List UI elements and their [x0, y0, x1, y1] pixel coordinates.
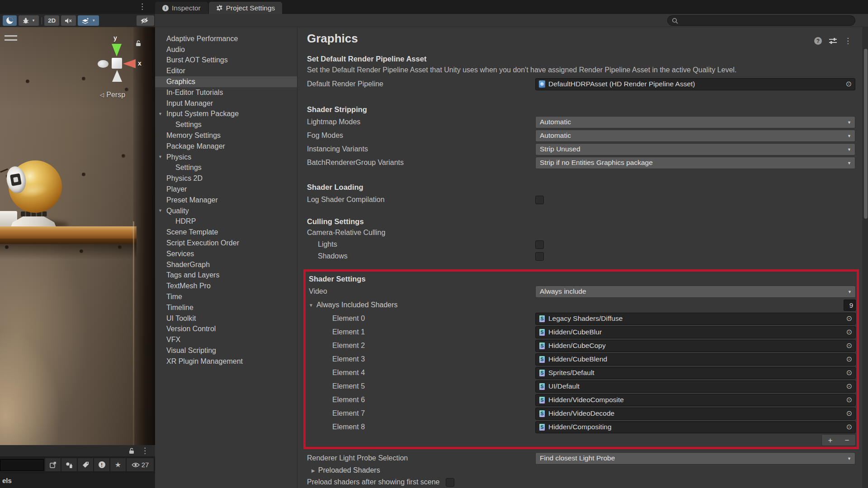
object-picker-icon[interactable]: ⊙: [846, 356, 852, 363]
sidebar-item-input-manager[interactable]: Input Manager: [155, 98, 297, 109]
element-0-field[interactable]: SLegacy Shaders/Diffuse⊙: [535, 313, 856, 325]
sidebar-item-editor[interactable]: Editor: [155, 66, 297, 76]
object-picker-icon[interactable]: ⊙: [846, 369, 852, 376]
culling-shadows-checkbox[interactable]: [535, 252, 544, 261]
gizmo-center-cube[interactable]: [112, 58, 122, 69]
remove-element-button[interactable]: −: [839, 435, 855, 446]
sidebar-item-hdrp[interactable]: HDRP: [155, 216, 297, 227]
instancing-variants-dropdown[interactable]: Strip Unused: [535, 143, 855, 155]
sidebar-item-script-execution-order[interactable]: Script Execution Order: [155, 238, 297, 249]
sidebar-item-physics[interactable]: Physics: [155, 152, 297, 163]
sidebar-item-textmesh-pro[interactable]: TextMesh Pro: [155, 281, 297, 291]
element-1-field[interactable]: SHidden/CubeBlur⊙: [535, 326, 856, 338]
preloaded-shaders-foldout[interactable]: ▶ Preloaded Shaders: [307, 466, 380, 474]
sidebar-item-graphics[interactable]: Graphics: [155, 76, 297, 87]
sidebar-item-time[interactable]: Time: [155, 291, 297, 302]
sidebar-item-timeline[interactable]: Timeline: [155, 302, 297, 313]
mode-2d-button[interactable]: 2D: [44, 15, 59, 26]
overlay-handle-icon[interactable]: [5, 35, 17, 41]
element-5-field[interactable]: SUI/Default⊙: [535, 380, 856, 393]
scene-search-input[interactable]: [0, 459, 44, 471]
visibility-count-button[interactable]: 27: [127, 458, 154, 471]
sidebar-item-vfx[interactable]: VFX: [155, 334, 297, 345]
object-picker-icon[interactable]: ⊙: [846, 423, 852, 431]
object-picker-icon[interactable]: ⊙: [846, 80, 852, 88]
settings-search-input[interactable]: [667, 15, 855, 26]
sidebar-item-tags-and-layers[interactable]: Tags and Layers: [155, 270, 297, 281]
sidebar-item-package-manager[interactable]: Package Manager: [155, 141, 297, 152]
gizmo-x-axis[interactable]: [123, 59, 136, 68]
element-2-field[interactable]: SHidden/CubeCopy⊙: [535, 340, 856, 352]
log-shader-compilation-checkbox[interactable]: [535, 196, 544, 204]
sidebar-item-xr-plugin-management[interactable]: XR Plugin Management: [155, 356, 297, 367]
culling-lights-checkbox[interactable]: [535, 240, 544, 249]
lightmap-modes-dropdown[interactable]: Automatic: [535, 116, 855, 128]
element-4-field[interactable]: SSprites/Default⊙: [535, 367, 856, 379]
sidebar-item-shadergraph[interactable]: ShaderGraph: [155, 259, 297, 270]
renderer-light-probe-dropdown[interactable]: Find closest Light Probe: [535, 452, 855, 465]
shader-icon: S: [539, 356, 545, 363]
sidebar-item-quality[interactable]: Quality: [155, 206, 297, 216]
hidden-objects-button[interactable]: [137, 15, 154, 26]
vertical-scrollbar[interactable]: [863, 27, 868, 488]
audio-mute-button[interactable]: [61, 15, 76, 26]
sidebar-item-physics-settings[interactable]: Settings: [155, 163, 297, 174]
favorites-button[interactable]: ★: [110, 458, 126, 471]
gizmo-z-axis[interactable]: [98, 60, 108, 68]
video-dropdown[interactable]: Always include: [535, 286, 856, 298]
sidebar-item-input-system-package[interactable]: Input System Package: [155, 109, 297, 120]
lock-open-icon[interactable]: [129, 448, 135, 454]
object-picker-icon[interactable]: ⊙: [846, 315, 852, 322]
help-icon[interactable]: ?: [814, 37, 822, 45]
gizmo-y-axis[interactable]: [112, 44, 122, 56]
maximize-button[interactable]: [45, 458, 61, 471]
object-picker-icon[interactable]: ⊙: [846, 410, 852, 417]
scrollbar-thumb[interactable]: [864, 49, 868, 219]
sidebar-item-services[interactable]: Services: [155, 249, 297, 259]
sidebar-item-preset-manager[interactable]: Preset Manager: [155, 195, 297, 206]
add-element-button[interactable]: +: [822, 435, 839, 446]
object-picker-icon[interactable]: ⊙: [846, 342, 852, 349]
scene-effects-button[interactable]: ▼: [78, 15, 99, 26]
gizmo-neg-y-axis[interactable]: [112, 70, 122, 82]
tab-project-settings[interactable]: Project Settings: [209, 2, 283, 14]
sidebar-item-scene-template[interactable]: Scene Template: [155, 227, 297, 238]
sidebar-item-physics-2d[interactable]: Physics 2D: [155, 173, 297, 184]
sidebar-item-burst-aot[interactable]: Burst AOT Settings: [155, 55, 297, 66]
element-6-field[interactable]: SHidden/VideoComposite⊙: [535, 394, 856, 406]
pane-menu-icon[interactable]: ⋮: [141, 447, 149, 455]
perspective-toggle[interactable]: ◁ Persp: [100, 91, 125, 99]
object-picker-icon[interactable]: ⊙: [846, 383, 852, 390]
shader-icon: S: [539, 410, 545, 418]
debug-draw-mode-button[interactable]: ▼: [19, 15, 39, 26]
scene-pane-menu-icon[interactable]: ⋮: [138, 3, 146, 10]
default-render-pipeline-field[interactable]: DefaultHDRPAsset (HD Render Pipeline Ass…: [535, 78, 855, 90]
element-3-field[interactable]: SHidden/CubeBlend⊙: [535, 353, 856, 366]
sidebar-item-ui-toolkit[interactable]: UI Toolkit: [155, 313, 297, 324]
always-included-shaders-foldout[interactable]: ▼ Always Included Shaders: [309, 301, 398, 309]
object-picker-icon[interactable]: ⊙: [846, 328, 852, 336]
shading-mode-button[interactable]: [3, 15, 17, 26]
batchrenderergroup-variants-dropdown[interactable]: Strip if no Entities Graphics package: [535, 157, 855, 169]
element-7-field[interactable]: SHidden/VideoDecode⊙: [535, 408, 856, 420]
filter-by-type-button[interactable]: [61, 458, 77, 471]
sidebar-item-in-editor-tutorials[interactable]: In-Editor Tutorials: [155, 87, 297, 98]
preload-after-checkbox[interactable]: [446, 478, 454, 487]
fog-modes-dropdown[interactable]: Automatic: [535, 130, 855, 142]
sidebar-item-visual-scripting[interactable]: Visual Scripting: [155, 345, 297, 356]
sidebar-item-version-control[interactable]: Version Control: [155, 324, 297, 335]
element-8-field[interactable]: SHidden/Compositing⊙: [535, 421, 856, 433]
warnings-button[interactable]: !: [94, 458, 109, 471]
filter-by-label-button[interactable]: [78, 458, 93, 471]
tab-inspector[interactable]: i Inspector: [155, 2, 208, 14]
object-picker-icon[interactable]: ⊙: [846, 396, 852, 404]
sidebar-item-audio[interactable]: Audio: [155, 44, 297, 55]
sidebar-item-memory-settings[interactable]: Memory Settings: [155, 130, 297, 141]
preset-sliders-icon[interactable]: [829, 38, 837, 44]
sidebar-item-input-system-settings[interactable]: Settings: [155, 119, 297, 130]
lock-open-icon[interactable]: [136, 40, 142, 47]
context-menu-icon[interactable]: ⋮: [844, 37, 852, 45]
array-size-field[interactable]: 9: [844, 300, 856, 311]
sidebar-item-player[interactable]: Player: [155, 184, 297, 195]
sidebar-item-adaptive-performance[interactable]: Adaptive Performance: [155, 33, 297, 44]
